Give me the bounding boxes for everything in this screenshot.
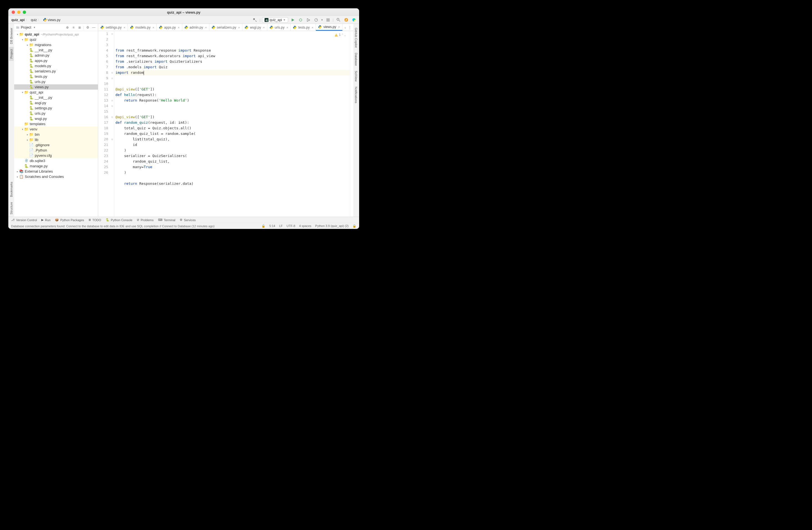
tree-file-db[interactable]: 🛢db.sqlite3 — [14, 158, 98, 163]
status-message[interactable]: Database connection parameters found: Co… — [11, 225, 214, 228]
editor-tab[interactable]: serializers.py× — [209, 24, 242, 31]
status-readonly-icon[interactable]: 🔒 — [262, 224, 265, 228]
tree-file[interactable]: 🐍urls.py — [14, 111, 98, 116]
close-tab-icon[interactable]: × — [124, 26, 125, 29]
expand-all-icon[interactable]: ≡ — [71, 25, 76, 30]
coverage-button[interactable] — [305, 17, 311, 23]
status-lock-icon[interactable]: 🔒 — [352, 224, 357, 228]
close-tab-icon[interactable]: × — [178, 26, 179, 29]
bottom-tool-python-console[interactable]: 🐍Python Console — [106, 218, 133, 222]
profile-button[interactable] — [313, 17, 319, 23]
tree-file[interactable]: 🐍serializers.py — [14, 69, 98, 74]
tree-file[interactable]: 🐍apps.py — [14, 58, 98, 63]
code-line[interactable] — [115, 75, 350, 81]
ide-features-icon[interactable] — [351, 17, 357, 23]
bottom-tool-python-packages[interactable]: 📦Python Packages — [55, 218, 84, 222]
editor-tab[interactable]: urls.py× — [267, 24, 291, 31]
editor-tab[interactable]: apps.py× — [157, 24, 182, 31]
close-tab-icon[interactable]: × — [312, 26, 314, 29]
settings-icon[interactable]: ⚙ — [85, 25, 90, 30]
tree-file[interactable]: 🐍tests.py — [14, 74, 98, 79]
tree-dir-templates[interactable]: 📁templates — [14, 121, 98, 127]
updates-button[interactable] — [343, 17, 349, 23]
window-maximize-button[interactable] — [23, 11, 26, 14]
tree-file[interactable]: 🐍urls.py — [14, 79, 98, 84]
search-everywhere-button[interactable] — [335, 17, 342, 23]
code-line[interactable]: return Response('Hello World') — [115, 98, 350, 103]
code-line[interactable]: list(total_quiz), — [115, 137, 350, 142]
code-line[interactable]: def hello(request): — [115, 92, 350, 98]
code-line[interactable] — [115, 186, 350, 192]
code-line[interactable]: from .models import Quiz — [115, 65, 350, 70]
tree-file[interactable]: 🐍__init__.py — [14, 95, 98, 100]
code-line[interactable]: many=True — [115, 164, 350, 170]
tree-file[interactable]: 📄pyvenv.cfg — [14, 153, 98, 158]
tab-dropdown-icon[interactable]: ⌄ — [344, 26, 346, 29]
code-line[interactable]: def random_quiz(request, id: int): — [115, 120, 350, 126]
code-line[interactable]: from .serializers import QuizSerializers — [115, 59, 350, 65]
bottom-tool-version-control[interactable]: ⎇Version Control — [11, 218, 37, 222]
status-indent[interactable]: 4 spaces — [299, 224, 311, 228]
status-line-sep[interactable]: LF — [279, 224, 283, 228]
editor-tab[interactable]: admin.py× — [182, 24, 209, 31]
tree-file[interactable]: 📄.Python — [14, 148, 98, 153]
tool-database[interactable]: Database — [354, 51, 358, 68]
collapse-all-icon[interactable]: ≣ — [77, 25, 82, 30]
code-line[interactable] — [115, 81, 350, 87]
code-line[interactable]: return Response(serializer.data) — [115, 181, 350, 186]
tool-copilot[interactable]: GitHub Copilot — [354, 26, 358, 50]
tree-dir-lib[interactable]: ▸📁lib — [14, 137, 98, 142]
bottom-tool-todo[interactable]: ≣TODO — [88, 218, 101, 222]
error-stripe[interactable] — [350, 31, 353, 217]
tree-external-libraries[interactable]: ▸📚External Libraries — [14, 169, 98, 174]
tool-structure[interactable]: Structure — [9, 200, 14, 217]
locate-file-icon[interactable]: ⊕ — [65, 25, 70, 30]
tree-root[interactable]: ▾📁quiz_api~/PycharmProjects/quiz_api — [14, 32, 98, 37]
debug-button[interactable] — [298, 17, 304, 23]
close-tab-icon[interactable]: × — [205, 26, 207, 29]
tree-file-manage[interactable]: 🐍manage.py — [14, 163, 98, 169]
tool-project[interactable]: Project — [9, 47, 14, 61]
editor-tab[interactable]: wsgi.py× — [242, 24, 267, 31]
code-line[interactable] — [115, 175, 350, 181]
inspection-badge[interactable]: 1 ⌃ ⌄ — [334, 32, 346, 38]
close-tab-icon[interactable]: × — [238, 26, 240, 29]
breadcrumb-file[interactable]: views.py — [42, 17, 61, 23]
tree-file[interactable]: 🐍asgi.py — [14, 100, 98, 105]
fold-gutter[interactable]: ⊟⊟⊟⊟⊟⊟⊟ — [111, 31, 114, 217]
bottom-tool-problems[interactable]: ⊘Problems — [137, 218, 154, 222]
editor-tab[interactable]: tests.py× — [291, 24, 316, 31]
run-button[interactable] — [290, 17, 296, 23]
tree-file[interactable]: 🐍models.py — [14, 63, 98, 69]
stop-button[interactable] — [325, 17, 331, 23]
run-configuration-selector[interactable]: dj quiz_api ▼ — [262, 17, 288, 23]
tree-file[interactable]: 🐍__init__.py — [14, 47, 98, 53]
code-editor[interactable]: 1234567891011121314151617181920212223242… — [98, 31, 353, 217]
hide-panel-icon[interactable]: — — [91, 25, 96, 30]
editor-tab[interactable]: settings.py× — [98, 24, 128, 31]
tree-dir-quiz[interactable]: ▾📁quiz — [14, 37, 98, 42]
status-caret-pos[interactable]: 5:14 — [269, 224, 275, 228]
code-line[interactable]: from rest_framework.decorators import ap… — [115, 53, 350, 59]
code-line[interactable]: from rest_framework.response import Resp… — [115, 48, 350, 53]
code-line[interactable]: serializer = QuizSerializers( — [115, 153, 350, 159]
close-tab-icon[interactable]: × — [263, 26, 264, 29]
code-line[interactable]: total_quiz = Quiz.objects.all() — [115, 126, 350, 131]
code-line[interactable]: ) — [115, 170, 350, 175]
status-encoding[interactable]: UTF-8 — [287, 224, 295, 228]
code-line[interactable]: @api_view(['GET']) — [115, 114, 350, 120]
code-body[interactable]: 1 ⌃ ⌄ from rest_framework.response impor… — [114, 31, 350, 217]
window-close-button[interactable] — [12, 11, 15, 14]
editor-tab[interactable]: models.py× — [128, 24, 157, 31]
tree-file[interactable]: 🐍wsgi.py — [14, 116, 98, 121]
bottom-tool-services[interactable]: ⚙Services — [180, 218, 195, 222]
code-line[interactable]: id — [115, 142, 350, 148]
window-minimize-button[interactable] — [17, 11, 20, 14]
tree-dir-venv[interactable]: ▾📁venv — [14, 127, 98, 132]
tree-scratches[interactable]: ▸📋Scratches and Consoles — [14, 174, 98, 179]
breadcrumb-root[interactable]: quiz_api〉 — [11, 17, 29, 23]
status-interpreter[interactable]: Python 3.9 (quiz_api) (2) — [315, 224, 349, 228]
code-line[interactable]: ) — [115, 148, 350, 153]
close-tab-icon[interactable]: × — [153, 26, 154, 29]
code-line[interactable]: @api_view(['GET']) — [115, 87, 350, 92]
